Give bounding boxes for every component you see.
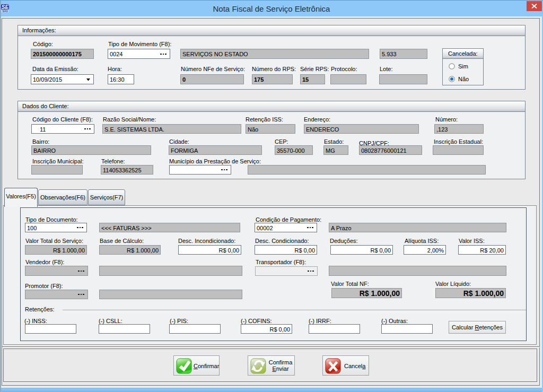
svg-text:SE: SE xyxy=(2,4,9,10)
svg-text:SIAS: SIAS xyxy=(2,10,8,13)
